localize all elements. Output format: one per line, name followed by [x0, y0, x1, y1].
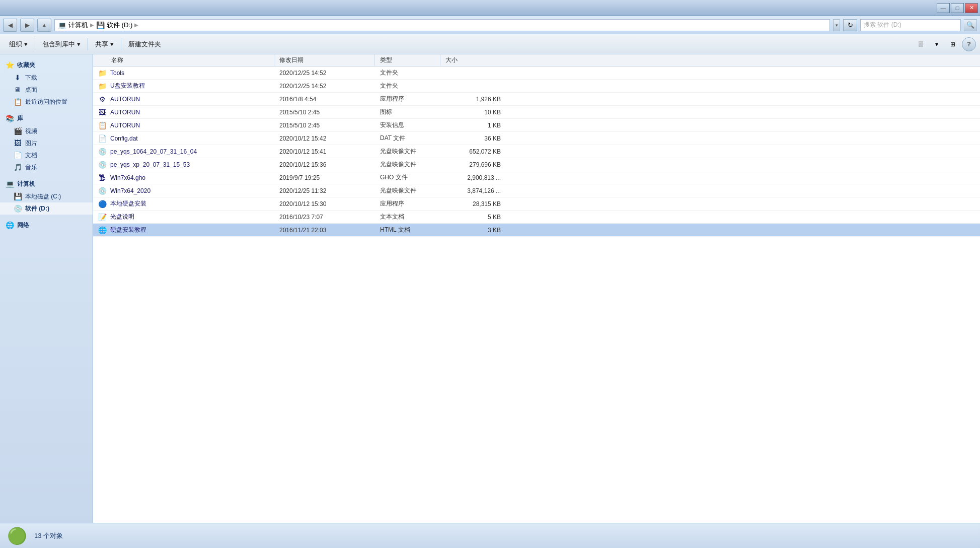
forward-button[interactable]: ▶: [20, 19, 34, 32]
file-name-label: pe_yqs_1064_20_07_31_16_04: [110, 148, 197, 155]
search-input[interactable]: 搜索 软件 (D:): [860, 19, 961, 31]
file-type-icon: 📁: [97, 68, 107, 78]
sidebar-item-music[interactable]: 🎵 音乐: [0, 161, 93, 173]
sidebar-item-desktop[interactable]: 🖥 桌面: [0, 84, 93, 96]
desktop-icon: 🖥: [13, 85, 22, 94]
network-label: 网络: [17, 221, 29, 230]
breadcrumb-drive[interactable]: 软件 (D:): [107, 21, 132, 30]
table-row[interactable]: 💿 pe_yqs_1064_20_07_31_16_04 2020/10/12 …: [93, 145, 980, 158]
file-name-label: Win7x64_2020: [110, 187, 150, 194]
help-button[interactable]: ?: [962, 37, 976, 51]
sidebar-item-recent[interactable]: 📋 最近访问的位置: [0, 96, 93, 108]
computer-icon: 💻: [5, 179, 14, 188]
file-date-cell: 2015/5/10 2:45: [274, 122, 375, 129]
sidebar-item-docs[interactable]: 📄 文档: [0, 149, 93, 161]
view-large-button[interactable]: ⊞: [946, 37, 960, 51]
table-row[interactable]: 📄 Config.dat 2020/10/12 15:42 DAT 文件 36 …: [93, 132, 980, 145]
column-name-header[interactable]: 名称: [93, 54, 274, 66]
file-type-cell: DAT 文件: [375, 134, 440, 143]
sidebar-header-computer[interactable]: 💻 计算机: [0, 177, 93, 190]
file-name-cell: 🌐 硬盘安装教程: [93, 226, 274, 235]
file-type-cell: 文件夹: [375, 68, 440, 77]
sidebar-header-network[interactable]: 🌐 网络: [0, 219, 93, 232]
music-icon: 🎵: [13, 163, 22, 172]
file-name-label: Config.dat: [110, 135, 138, 142]
table-row[interactable]: 🖼 AUTORUN 2015/5/10 2:45 图标 10 KB: [93, 106, 980, 119]
file-date-cell: 2016/1/8 4:54: [274, 96, 375, 103]
table-row[interactable]: 📝 光盘说明 2016/10/23 7:07 文本文档 5 KB: [93, 211, 980, 224]
file-name-cell: ⚙ AUTORUN: [93, 95, 274, 104]
view-mode-button[interactable]: ☰: [914, 37, 928, 51]
file-size-cell: 28,315 KB: [440, 200, 506, 208]
file-date-cell: 2015/5/10 2:45: [274, 109, 375, 116]
file-type-cell: 应用程序: [375, 199, 440, 208]
file-size-cell: 2,900,813 ...: [440, 174, 506, 181]
sidebar-item-c-drive[interactable]: 💾 本地磁盘 (C:): [0, 190, 93, 202]
content-area: 名称 修改日期 类型 大小 📁 Tools 2020/12/25 14:52 文…: [93, 54, 980, 523]
table-row[interactable]: ⚙ AUTORUN 2016/1/8 4:54 应用程序 1,926 KB: [93, 93, 980, 106]
up-button[interactable]: ▲: [37, 19, 51, 32]
maximize-button[interactable]: □: [951, 3, 964, 13]
table-row[interactable]: 📁 Tools 2020/12/25 14:52 文件夹: [93, 66, 980, 80]
table-row[interactable]: 📋 AUTORUN 2015/5/10 2:45 安装信息 1 KB: [93, 119, 980, 132]
column-size-header[interactable]: 大小: [440, 54, 506, 66]
file-type-cell: 光盘映像文件: [375, 160, 440, 169]
file-type-icon: ⚙: [97, 95, 107, 104]
table-row[interactable]: 🌐 硬盘安装教程 2016/11/21 22:03 HTML 文档 3 KB: [93, 224, 980, 237]
favorites-label: 收藏夹: [17, 61, 35, 70]
close-button[interactable]: ✕: [965, 3, 978, 13]
breadcrumb-computer[interactable]: 计算机: [68, 21, 88, 30]
file-name-cell: 📝 光盘说明: [93, 213, 274, 222]
file-type-cell: HTML 文档: [375, 226, 440, 234]
file-name-cell: 📄 Config.dat: [93, 134, 274, 143]
music-label: 音乐: [25, 163, 37, 172]
file-type-icon: 🗜: [97, 173, 107, 182]
view-dropdown-button[interactable]: ▾: [930, 37, 944, 51]
organize-label: 组织: [9, 40, 22, 49]
new-folder-button[interactable]: 新建文件夹: [123, 37, 166, 52]
column-date-header[interactable]: 修改日期: [274, 54, 375, 66]
column-type-header[interactable]: 类型: [375, 54, 440, 66]
file-type-icon: 📁: [97, 82, 107, 91]
file-type-cell: 图标: [375, 108, 440, 116]
sidebar-item-images[interactable]: 🖼 图片: [0, 137, 93, 149]
sidebar-header-favorites[interactable]: ⭐ 收藏夹: [0, 58, 93, 72]
table-row[interactable]: 📁 U盘安装教程 2020/12/25 14:52 文件夹: [93, 80, 980, 93]
breadcrumb-separator: ▶: [90, 22, 94, 28]
file-name-label: Tools: [110, 70, 124, 77]
breadcrumb-bar: 💻 计算机 ▶ 💾 软件 (D:) ▶: [54, 19, 830, 31]
file-size-cell: 3,874,126 ...: [440, 187, 506, 194]
share-label: 共享: [95, 40, 108, 49]
file-name-cell: 🗜 Win7x64.gho: [93, 173, 274, 182]
breadcrumb-dropdown[interactable]: ▾: [833, 19, 840, 31]
file-name-cell: 💿 pe_yqs_1064_20_07_31_16_04: [93, 147, 274, 156]
include-library-label: 包含到库中: [42, 40, 75, 49]
search-button[interactable]: 🔍: [964, 19, 977, 31]
table-row[interactable]: 🗜 Win7x64.gho 2019/9/7 19:25 GHO 文件 2,90…: [93, 171, 980, 184]
downloads-icon: ⬇: [13, 73, 22, 82]
video-label: 视频: [25, 127, 37, 135]
images-icon: 🖼: [13, 139, 22, 148]
table-row[interactable]: 💿 pe_yqs_xp_20_07_31_15_53 2020/10/12 15…: [93, 158, 980, 171]
file-type-cell: 安装信息: [375, 121, 440, 129]
d-drive-icon: 💿: [13, 204, 22, 213]
main-area: ⭐ 收藏夹 ⬇ 下载 🖥 桌面 📋 最近访问的位置 📚 库 �: [0, 54, 980, 523]
d-drive-label: 软件 (D:): [25, 204, 49, 213]
sidebar-item-downloads[interactable]: ⬇ 下载: [0, 72, 93, 84]
table-row[interactable]: 💿 Win7x64_2020 2020/12/25 11:32 光盘映像文件 3…: [93, 184, 980, 197]
share-button[interactable]: 共享 ▾: [90, 37, 119, 52]
organize-button[interactable]: 组织 ▾: [4, 37, 33, 52]
sidebar-item-video[interactable]: 🎬 视频: [0, 125, 93, 137]
sidebar-header-library[interactable]: 📚 库: [0, 112, 93, 125]
minimize-button[interactable]: —: [937, 3, 950, 13]
refresh-button[interactable]: ↻: [843, 19, 857, 31]
table-row[interactable]: 🔵 本地硬盘安装 2020/10/12 15:30 应用程序 28,315 KB: [93, 197, 980, 211]
back-button[interactable]: ◀: [3, 19, 17, 32]
breadcrumb-computer-icon: 💻: [58, 21, 66, 29]
share-dropdown-icon: ▾: [110, 40, 114, 48]
file-name-cell: 📋 AUTORUN: [93, 121, 274, 130]
breadcrumb-separator2: ▶: [134, 22, 138, 28]
sidebar-item-d-drive[interactable]: 💿 软件 (D:): [0, 202, 93, 215]
file-date-cell: 2020/12/25 11:32: [274, 187, 375, 194]
include-library-button[interactable]: 包含到库中 ▾: [37, 37, 86, 52]
